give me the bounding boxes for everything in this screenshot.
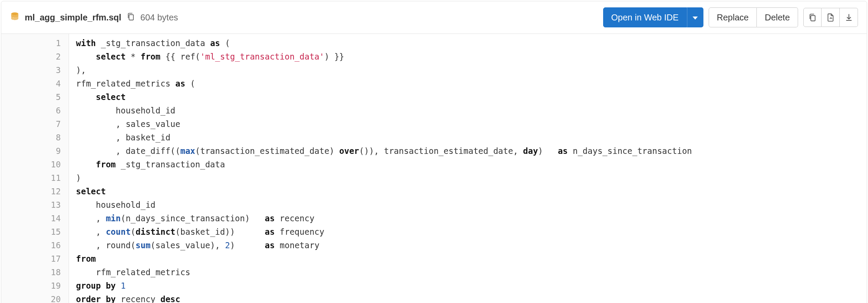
open-ide-dropdown-button[interactable] — [687, 7, 703, 27]
clipboard-icon — [808, 13, 817, 22]
file-name: ml_agg_simple_rfm.sql — [25, 13, 121, 23]
line-numbers-gutter: 1234567891011121314151617181920 — [1, 34, 69, 303]
file-action-icons — [803, 8, 858, 27]
line-number[interactable]: 9 — [1, 144, 61, 158]
file-header-right: Open in Web IDE Replace Delete — [603, 7, 858, 27]
file-panel: ml_agg_simple_rfm.sql 604 bytes Open in … — [1, 1, 867, 303]
line-number[interactable]: 2 — [1, 50, 61, 63]
delete-button[interactable]: Delete — [757, 7, 798, 27]
copy-contents-button[interactable] — [803, 8, 822, 27]
line-number[interactable]: 15 — [1, 225, 61, 239]
code-line: select — [76, 185, 867, 198]
code-line: select * from {{ ref('ml_stg_transaction… — [76, 50, 867, 63]
line-number[interactable]: 6 — [1, 104, 61, 117]
open-raw-button[interactable] — [822, 8, 840, 27]
code-line: household_id — [76, 198, 867, 212]
line-number[interactable]: 7 — [1, 117, 61, 131]
code-line: ) — [76, 171, 867, 185]
code-line: , min(n_days_since_transaction) as recen… — [76, 212, 867, 225]
code-line: , sales_value — [76, 117, 867, 131]
line-number[interactable]: 17 — [1, 252, 61, 266]
open-ide-group: Open in Web IDE — [603, 7, 703, 27]
code-line: ), — [76, 63, 867, 77]
code-line: , round(sum(sales_value), 2) as monetary — [76, 239, 867, 252]
code-line: , count(distinct(basket_id)) as frequenc… — [76, 225, 867, 239]
line-number[interactable]: 13 — [1, 198, 61, 212]
open-in-web-ide-button[interactable]: Open in Web IDE — [603, 7, 687, 27]
file-icon — [826, 13, 835, 22]
file-header-left: ml_agg_simple_rfm.sql 604 bytes — [10, 12, 178, 23]
copy-path-icon[interactable] — [126, 12, 135, 23]
line-number[interactable]: 3 — [1, 63, 61, 77]
code-line: rfm_related_metrics as ( — [76, 77, 867, 90]
download-icon — [845, 13, 853, 22]
code-line: group by 1 — [76, 279, 867, 293]
code-line: order by recency desc — [76, 293, 867, 303]
download-button[interactable] — [840, 8, 858, 27]
line-number[interactable]: 19 — [1, 279, 61, 293]
line-number[interactable]: 1 — [1, 37, 61, 50]
code-line: from _stg_transaction_data — [76, 158, 867, 171]
code-line: select — [76, 90, 867, 104]
code-line: with _stg_transaction_data as ( — [76, 37, 867, 50]
line-number[interactable]: 11 — [1, 171, 61, 185]
line-number[interactable]: 4 — [1, 77, 61, 90]
line-number[interactable]: 20 — [1, 293, 61, 303]
line-number[interactable]: 16 — [1, 239, 61, 252]
svg-rect-1 — [129, 15, 134, 20]
code-line: household_id — [76, 104, 867, 117]
line-number[interactable]: 10 — [1, 158, 61, 171]
file-size: 604 bytes — [140, 13, 178, 23]
line-number[interactable]: 14 — [1, 212, 61, 225]
line-number[interactable]: 8 — [1, 131, 61, 144]
code-area: 1234567891011121314151617181920 with _st… — [1, 34, 867, 303]
code-line: rfm_related_metrics — [76, 266, 867, 279]
line-number[interactable]: 18 — [1, 266, 61, 279]
code-line: , date_diff((max(transaction_estimated_d… — [76, 144, 867, 158]
chevron-down-icon — [693, 17, 698, 20]
code-content[interactable]: with _stg_transaction_data as ( select *… — [69, 34, 867, 303]
database-icon — [10, 12, 20, 23]
replace-button[interactable]: Replace — [709, 7, 757, 27]
code-line: , basket_id — [76, 131, 867, 144]
line-number[interactable]: 12 — [1, 185, 61, 198]
file-header: ml_agg_simple_rfm.sql 604 bytes Open in … — [1, 1, 867, 34]
code-line: from — [76, 252, 867, 266]
replace-delete-group: Replace Delete — [709, 7, 798, 27]
svg-point-0 — [11, 12, 19, 15]
line-number[interactable]: 5 — [1, 90, 61, 104]
svg-rect-2 — [811, 16, 815, 21]
